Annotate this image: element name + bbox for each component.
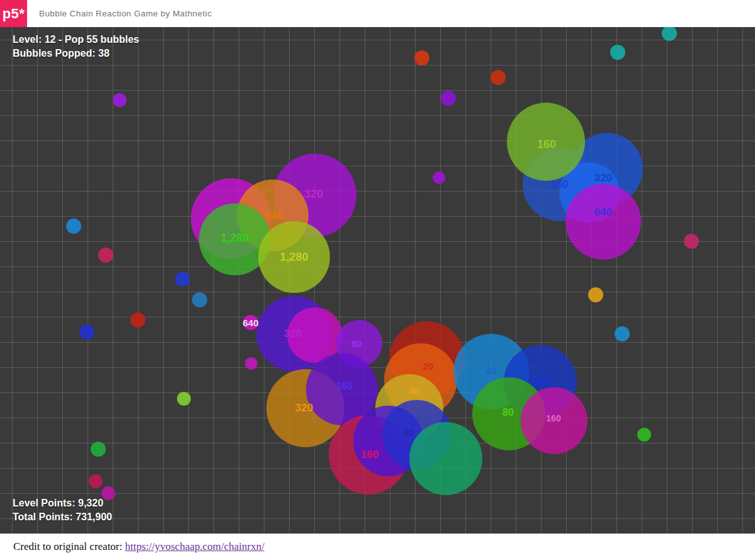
game-canvas[interactable]: Level: 12 - Pop 55 bubbles Bubbles Poppe…: [0, 27, 755, 534]
bubble[interactable]: [258, 221, 330, 293]
hud-bottom: Level Points: 9,320 Total Points: 731,90…: [13, 496, 112, 524]
bubble[interactable]: [66, 219, 81, 234]
bubble[interactable]: [433, 171, 445, 184]
bubble[interactable]: [684, 234, 699, 249]
bubble[interactable]: [637, 428, 651, 442]
bubble[interactable]: [89, 474, 103, 488]
level-points-text: Level Points: 9,320: [13, 496, 112, 510]
p5js-logo[interactable]: p5*: [0, 0, 27, 27]
page-title: Bubble Chain Reaction Game by Mathnetic: [39, 0, 212, 27]
credit-line: Credit to original creator: https://yvos…: [13, 540, 264, 553]
game-title: Bubble Chain Reaction Game: [39, 9, 158, 18]
bubble[interactable]: [98, 248, 113, 263]
game-byline: by Mathnetic: [161, 9, 212, 18]
bubble[interactable]: [243, 315, 258, 330]
title-bar: p5* Bubble Chain Reaction Game by Mathne…: [0, 0, 755, 27]
total-points-text: Total Points: 731,900: [13, 510, 112, 524]
app-window: p5* Bubble Chain Reaction Game by Mathne…: [0, 0, 755, 560]
level-objective-text: Level: 12 - Pop 55 bubbles: [13, 33, 139, 47]
bubble[interactable]: [175, 271, 190, 287]
bubble[interactable]: [662, 27, 677, 41]
credit-label: Credit to original creator:: [13, 540, 125, 552]
bubble[interactable]: [610, 45, 625, 60]
bubble[interactable]: [588, 287, 603, 302]
credit-link[interactable]: https://yvoschaap.com/chainrxn/: [125, 540, 264, 552]
bubble[interactable]: [245, 357, 258, 370]
bubble[interactable]: [414, 50, 429, 66]
bubbles-popped-text: Bubbles Popped: 38: [13, 47, 139, 60]
bubble[interactable]: [521, 387, 588, 454]
bubble[interactable]: [192, 292, 207, 307]
hud-top: Level: 12 - Pop 55 bubbles Bubbles Poppe…: [13, 33, 139, 60]
bubble[interactable]: [113, 93, 127, 107]
bubble[interactable]: [441, 91, 456, 106]
bubble[interactable]: [565, 184, 641, 260]
bubble[interactable]: [91, 442, 106, 457]
bubble[interactable]: [177, 392, 191, 406]
bubble[interactable]: [615, 326, 630, 341]
bubble[interactable]: [409, 422, 482, 495]
bubble[interactable]: [491, 70, 506, 85]
credit-bar: Credit to original creator: https://yvos…: [0, 534, 755, 560]
bubble[interactable]: [507, 103, 585, 181]
bubble[interactable]: [130, 312, 145, 328]
bubble[interactable]: [79, 324, 94, 340]
